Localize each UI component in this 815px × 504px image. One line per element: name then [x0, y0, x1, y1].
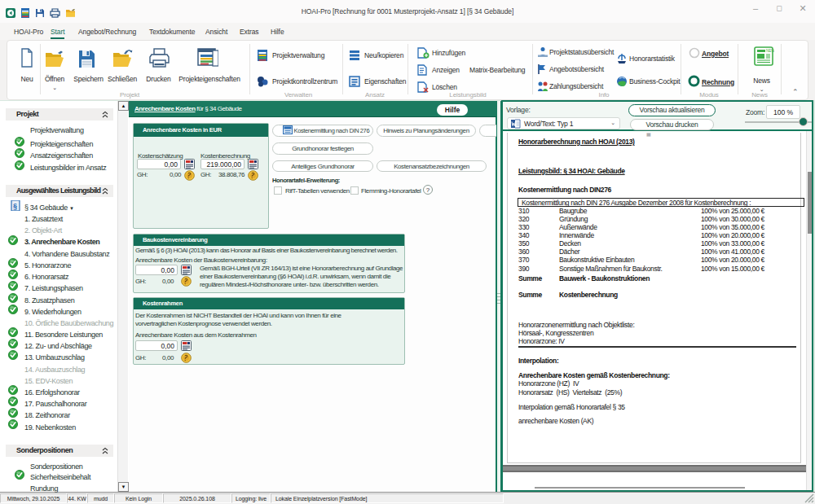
svg-text:§: § [13, 202, 17, 210]
svg-text:NEWS: NEWS [766, 49, 774, 53]
